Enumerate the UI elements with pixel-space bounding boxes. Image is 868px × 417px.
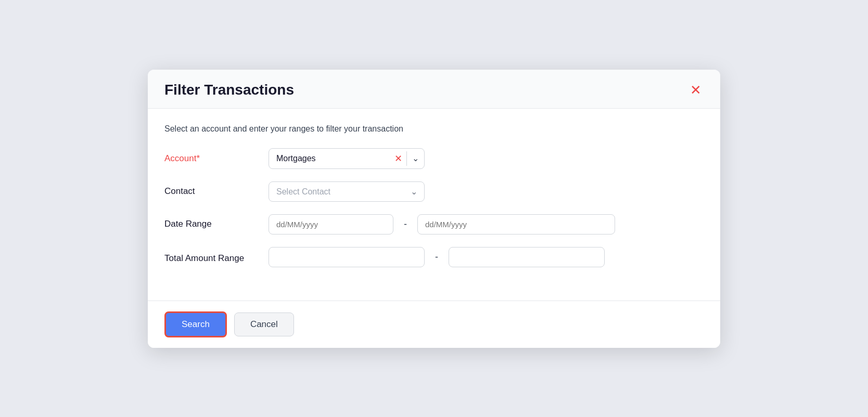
amount-to-input[interactable] [449,247,605,267]
account-select-wrapper[interactable]: Mortgages ✕ ⌄ [269,148,425,169]
date-range-separator: - [400,219,411,230]
search-button[interactable]: Search [164,311,227,337]
contact-row: Contact Select Contact ⌄ [164,181,704,202]
account-row: Account* Mortgages ✕ ⌄ [164,148,704,169]
modal-header: Filter Transactions ✕ [148,70,720,109]
modal-title: Filter Transactions [164,82,294,98]
account-clear-button[interactable]: ✕ [390,153,406,164]
date-range-label: Date Range [164,218,269,230]
date-from-input[interactable] [269,214,393,234]
total-amount-row: Total Amount Range - [164,247,704,267]
contact-select-wrapper: Select Contact ⌄ [269,181,425,202]
account-selected-value: Mortgages [269,149,390,168]
amount-range-separator: - [431,252,442,263]
total-amount-controls: - [269,247,704,267]
account-controls: Mortgages ✕ ⌄ [269,148,704,169]
modal-body: Select an account and enter your ranges … [148,109,720,301]
total-amount-label: Total Amount Range [164,247,269,265]
amount-from-input[interactable] [269,247,425,267]
account-label: Account* [164,152,269,165]
contact-select[interactable]: Select Contact [269,181,425,202]
cancel-button[interactable]: Cancel [234,312,294,336]
close-button[interactable]: ✕ [688,81,704,99]
account-chevron-button[interactable]: ⌄ [407,153,424,163]
date-range-row: Date Range - [164,214,704,234]
date-range-controls: - [269,214,704,234]
contact-controls: Select Contact ⌄ [269,181,704,202]
filter-transactions-modal: Filter Transactions ✕ Select an account … [148,70,720,348]
subtitle-text: Select an account and enter your ranges … [164,124,704,134]
contact-label: Contact [164,185,269,198]
date-to-input[interactable] [417,214,615,234]
modal-footer: Search Cancel [148,301,720,348]
